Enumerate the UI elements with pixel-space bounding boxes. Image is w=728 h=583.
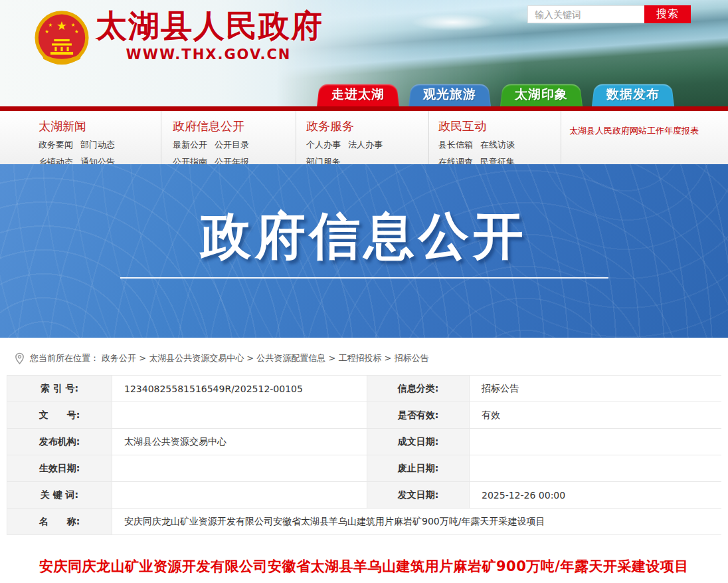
- menu-section-interaction: 政民互动 县长信箱 在线访谈 在线调查 民意征集: [429, 111, 561, 164]
- menu-item[interactable]: 部门动态: [80, 139, 115, 151]
- field-value-category: 招标公告: [470, 376, 724, 402]
- tab-label: 数据发布: [606, 86, 660, 103]
- red-divider-bar: [0, 106, 728, 111]
- svg-text:★: ★: [45, 29, 49, 35]
- field-label-publisher: 发布机构:: [7, 429, 112, 455]
- title-block: 太湖县人民政府 WWW.THX.GOV.CN: [96, 8, 323, 62]
- field-value-publisher: 太湖县公共资源交易中心: [112, 429, 367, 455]
- site-url: WWW.THX.GOV.CN: [96, 47, 321, 62]
- svg-text:★: ★: [71, 22, 76, 28]
- field-value-doc-no: [112, 402, 367, 428]
- header-tabs: 走进太湖 观光旅游 太湖印象 数据发布: [317, 82, 674, 106]
- field-value-effective-date: [112, 455, 367, 481]
- breadcrumb: 您当前所在位置： 政务公开 > 太湖县公共资源交易中心 > 公共资源配置信息 >…: [0, 338, 728, 366]
- location-pin-icon: [15, 352, 25, 365]
- field-label-written-date: 成文日期:: [367, 429, 469, 455]
- svg-text:★: ★: [56, 19, 67, 33]
- search-input[interactable]: [527, 5, 644, 23]
- site-title: 太湖县人民政府: [96, 8, 323, 44]
- info-disclosure-banner: 政府信息公开: [0, 164, 728, 338]
- svg-text:★: ★: [48, 22, 53, 28]
- field-label-valid: 是否有效:: [367, 402, 469, 428]
- tab-sightseeing[interactable]: 观光旅游: [409, 82, 491, 106]
- menu-title-news[interactable]: 太湖新闻: [39, 118, 154, 134]
- field-label-repeal-date: 废止日期:: [367, 455, 469, 481]
- field-label-keyword: 关 键 词:: [7, 482, 112, 508]
- search-button[interactable]: 搜索: [644, 5, 691, 23]
- article-title: 安庆同庆龙山矿业资源开发有限公司安徽省太湖县羊乌山建筑用片麻岩矿900万吨/年露…: [0, 557, 728, 576]
- field-value-valid: 有效: [470, 402, 724, 428]
- field-label-doc-no: 文 号:: [7, 402, 112, 428]
- main-menu-bar: 太湖新闻 政务要闻 部门动态 乡镇动态 通知公告 视频新闻 重要转载 政府信息公…: [0, 111, 728, 164]
- menu-section-services: 政务服务 个人办事 法人办事 部门服务: [296, 111, 429, 164]
- field-value-written-date: [470, 429, 724, 455]
- field-label-category: 信息分类:: [367, 376, 469, 402]
- national-emblem-icon: ★ ★ ★ ★ ★: [33, 8, 90, 72]
- annual-report-link[interactable]: 太湖县人民政府网站工作年度报表: [569, 126, 699, 136]
- site-logo-link[interactable]: ★ ★ ★ ★ ★ 太湖县人民政府 WWW.THX.GOV.CN: [33, 8, 323, 72]
- field-label-pub-date: 发文日期:: [367, 482, 469, 508]
- field-value-pub-date: 2025-12-26 00:00: [470, 482, 724, 508]
- site-header: ★ ★ ★ ★ ★ 太湖县人民政府 WWW.THX.GOV.CN 搜索: [0, 0, 728, 106]
- menu-section-annual-report: 太湖县人民政府网站工作年度报表: [561, 111, 728, 164]
- menu-item[interactable]: 最新公开: [173, 139, 207, 151]
- banner-underline: [120, 277, 608, 279]
- menu-item[interactable]: 政务要闻: [39, 139, 73, 151]
- menu-item[interactable]: 个人办事: [306, 139, 341, 151]
- breadcrumb-label: 您当前所在位置：: [30, 352, 99, 364]
- field-value-name: 安庆同庆龙山矿业资源开发有限公司安徽省太湖县羊乌山建筑用片麻岩矿900万吨/年露…: [112, 509, 724, 534]
- banner-inner: 政府信息公开: [0, 164, 728, 279]
- menu-title-services[interactable]: 政务服务: [306, 118, 422, 134]
- menu-section-info-disclosure: 政府信息公开 最新公开 公开目录 公开指南 公开年报 公开制度 依申请公开: [161, 111, 296, 164]
- tab-label: 走进太湖: [331, 86, 385, 103]
- field-label-effective-date: 生效日期:: [7, 455, 112, 481]
- menu-item[interactable]: 在线访谈: [480, 139, 515, 151]
- search-box: 搜索: [527, 5, 691, 23]
- menu-section-news: 太湖新闻 政务要闻 部门动态 乡镇动态 通知公告 视频新闻 重要转载: [39, 111, 161, 164]
- tab-enter-taihu[interactable]: 走进太湖: [317, 82, 399, 106]
- breadcrumb-trail[interactable]: 政务公开 > 太湖县公共资源交易中心 > 公共资源配置信息 > 工程招投标 > …: [102, 352, 429, 364]
- tab-label: 太湖印象: [515, 86, 568, 103]
- menu-title-interaction[interactable]: 政民互动: [438, 118, 554, 134]
- tab-data-release[interactable]: 数据发布: [592, 82, 674, 106]
- page: ★ ★ ★ ★ ★ 太湖县人民政府 WWW.THX.GOV.CN 搜索: [0, 0, 728, 583]
- menu-item[interactable]: 公开目录: [215, 139, 249, 151]
- menu-item[interactable]: 法人办事: [348, 139, 383, 151]
- field-value-repeal-date: [470, 455, 724, 481]
- field-value-index-no: 12340825581516549R/202512-00105: [112, 376, 367, 402]
- field-label-index-no: 索 引 号:: [7, 376, 112, 402]
- tab-label: 观光旅游: [423, 86, 476, 103]
- svg-text:★: ★: [74, 29, 79, 35]
- banner-title: 政府信息公开: [201, 208, 527, 264]
- info-table: 索 引 号: 12340825581516549R/202512-00105 信…: [7, 375, 721, 535]
- field-value-keyword: [112, 482, 367, 508]
- tab-taihu-impression[interactable]: 太湖印象: [500, 82, 583, 106]
- menu-title-info-disclosure[interactable]: 政府信息公开: [173, 118, 289, 134]
- field-label-name: 名 称:: [7, 509, 112, 534]
- menu-item[interactable]: 县长信箱: [438, 139, 473, 151]
